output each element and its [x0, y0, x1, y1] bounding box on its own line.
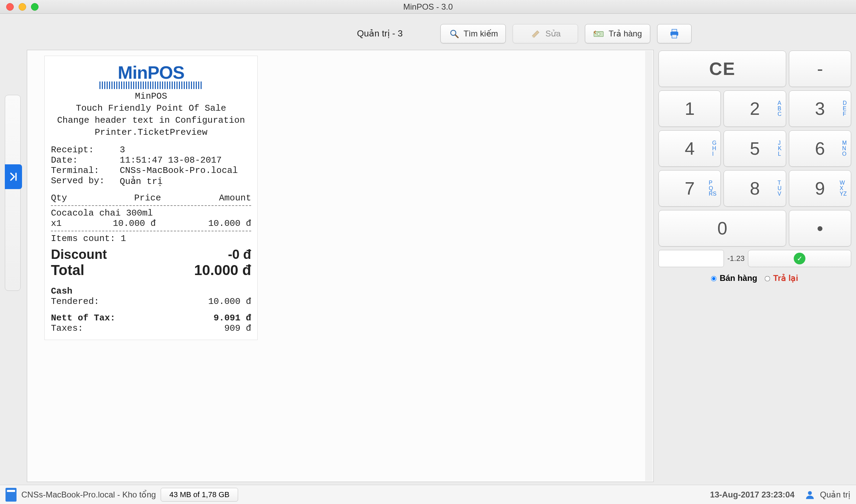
cash-refund-icon: [593, 28, 605, 40]
receipt-logo-text: MinPOS: [51, 62, 251, 83]
receipt-header-line: Printer.TicketPreview: [51, 127, 251, 139]
refund-button[interactable]: Trả hàng: [585, 24, 650, 43]
receipt-columns-header: Qty Price Amount: [51, 193, 251, 203]
keypad-7-button[interactable]: 7P Q RS: [659, 170, 721, 207]
search-icon: [448, 28, 460, 40]
terminal-icon: [6, 488, 17, 502]
statusbar: CNSs-MacBook-Pro.local - Kho tổng 43 MB …: [0, 485, 856, 504]
keypad-9-button[interactable]: 9W X YZ: [789, 170, 851, 207]
keypad-4-button[interactable]: 4G H I: [659, 130, 721, 167]
receipt-field-date: Date:11:51:47 13-08-2017: [51, 155, 251, 165]
receipt-header-line: MinPOS: [51, 90, 251, 102]
confirm-button[interactable]: ✓: [748, 250, 851, 267]
receipt-scrollbar[interactable]: [645, 51, 653, 481]
keypad-8-button[interactable]: 8T U V: [724, 170, 786, 207]
receipt-taxes-row: Taxes: 909 đ: [51, 323, 251, 333]
close-window-button[interactable]: [6, 3, 14, 11]
receipt-tendered-row: Tendered: 10.000 đ: [51, 296, 251, 307]
keypad-6-button[interactable]: 6M N O: [789, 130, 851, 167]
receipt-field-servedby: Served by:Quản trị: [51, 176, 251, 187]
admin-context-label: Quản trị - 3: [357, 28, 403, 39]
receipt-header-line: Touch Friendly Point Of Sale: [51, 102, 251, 114]
expand-drawer-button[interactable]: [5, 164, 22, 189]
svg-line-1: [456, 35, 458, 37]
receipt-field-receipt: Receipt:3: [51, 145, 251, 155]
receipt-preview-panel: MinPOS MinPOS Touch Friendly Point Of Sa…: [27, 50, 654, 482]
receipt-field-terminal: Terminal:CNSs-MacBook-Pro.local: [51, 165, 251, 176]
svg-point-8: [808, 491, 812, 495]
amount-input[interactable]: [659, 250, 724, 267]
search-button[interactable]: Tìm kiếm: [440, 24, 506, 43]
keypad-minus-button[interactable]: -: [789, 51, 851, 87]
keypad-5-button[interactable]: 5J K L: [724, 130, 786, 167]
minimize-window-button[interactable]: [19, 3, 26, 11]
keypad-dot-button[interactable]: •: [789, 210, 851, 246]
titlebar: MinPOS - 3.0: [0, 0, 856, 14]
receipt-nett-row: Nett of Tax: 9.091 đ: [51, 313, 251, 323]
left-tab-track: [5, 95, 21, 291]
svg-rect-6: [672, 34, 677, 38]
receipt-total-row: Total 10.000 đ: [51, 262, 251, 278]
memory-usage-button[interactable]: 43 MB of 1,78 GB: [161, 488, 238, 502]
pencil-icon: [530, 28, 542, 40]
zoom-window-button[interactable]: [31, 3, 39, 11]
radio-refund[interactable]: Trả lại: [765, 273, 798, 283]
receipt-separator: [51, 205, 251, 206]
status-datetime: 13-Aug-2017 23:23:04: [710, 490, 794, 500]
print-button[interactable]: [657, 24, 692, 43]
window-title: MinPOS - 3.0: [403, 2, 453, 12]
receipt-separator: [51, 231, 251, 231]
printer-icon: [668, 28, 680, 40]
radio-sell[interactable]: Bán hàng: [711, 273, 757, 283]
keypad-0-button[interactable]: 0: [659, 210, 786, 246]
amount-caption: -1.23: [727, 254, 745, 263]
keypad-input-row: -1.23 ✓: [659, 250, 851, 267]
keypad-2-button[interactable]: 2A B C: [724, 90, 786, 127]
receipt-items-count: Items count: 1: [51, 233, 251, 244]
mode-radio-group: Bán hàng Trả lại: [659, 273, 851, 283]
search-button-label: Tìm kiếm: [463, 29, 498, 39]
status-host: CNSs-MacBook-Pro.local - Kho tổng: [21, 490, 156, 500]
receipt-item-name: Cocacola chai 300ml: [51, 208, 251, 218]
receipt-logo: MinPOS: [51, 62, 251, 89]
check-icon: ✓: [794, 253, 805, 264]
edit-button: Sửa: [513, 24, 578, 43]
edit-button-label: Sửa: [545, 29, 560, 39]
status-user: Quản trị: [820, 490, 850, 500]
refund-button-label: Trả hàng: [609, 29, 642, 39]
receipt-item-line: x1 10.000 đ 10.000 đ: [51, 218, 251, 229]
svg-rect-5: [672, 29, 677, 32]
user-icon: [805, 490, 815, 500]
receipt-header: MinPOS Touch Friendly Point Of Sale Chan…: [51, 90, 251, 139]
keypad: CE - 1 2A B C 3D E F 4G H I 5J K L 6M N …: [659, 50, 851, 482]
main-area: MinPOS MinPOS Touch Friendly Point Of Sa…: [0, 50, 856, 485]
svg-point-3: [597, 32, 600, 35]
keypad-3-button[interactable]: 3D E F: [789, 90, 851, 127]
keypad-ce-button[interactable]: CE: [659, 51, 786, 87]
receipt-header-line: Change header text in Configuration: [51, 114, 251, 127]
window-controls: [6, 3, 39, 11]
toolbar: Quản trị - 3 Tìm kiếm Sửa Trả hàng: [0, 14, 856, 50]
receipt-discount-row: Discount -0 đ: [51, 247, 251, 262]
keypad-1-button[interactable]: 1: [659, 90, 721, 127]
receipt-cash-label: Cash: [51, 286, 251, 296]
receipt-document: MinPOS MinPOS Touch Friendly Point Of Sa…: [44, 56, 258, 340]
